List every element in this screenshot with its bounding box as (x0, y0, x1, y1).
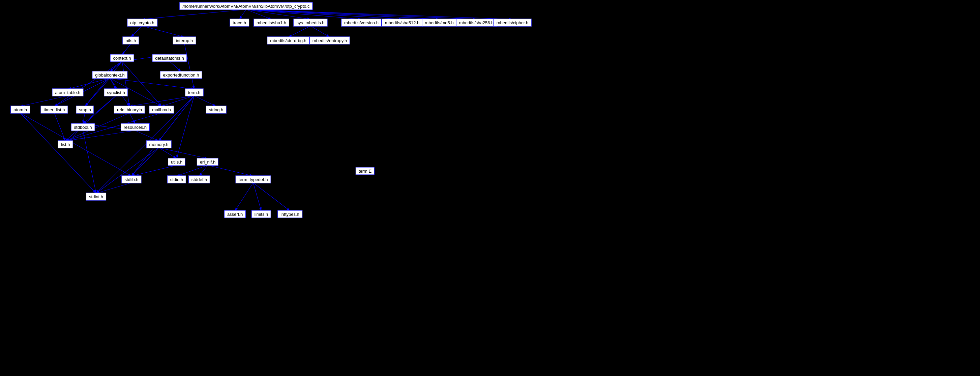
node-atom_table_h[interactable]: atom_table.h (52, 89, 83, 96)
node-term_h[interactable]: term.h (185, 89, 204, 96)
node-memory_h[interactable]: memory.h (146, 141, 172, 148)
node-nifs_h[interactable]: nifs.h (123, 37, 139, 45)
svg-line-61 (65, 131, 135, 141)
node-mailbox_h[interactable]: mailbox.h (149, 106, 174, 114)
svg-line-24 (129, 96, 194, 106)
node-string_h[interactable]: string.h (206, 106, 226, 114)
svg-line-54 (83, 131, 96, 193)
node-mbedtls_cipher_h[interactable]: mbedtls/cipher.h (493, 19, 531, 27)
svg-line-14 (122, 44, 131, 55)
node-resources_h[interactable]: resources.h (121, 123, 150, 131)
node-interop_h[interactable]: interop.h (173, 37, 196, 45)
svg-line-35 (132, 165, 177, 176)
node-refc_binary_h[interactable]: refc_binary.h (114, 106, 145, 114)
node-stddef_h[interactable]: stddef.h (188, 176, 210, 183)
svg-line-40 (235, 183, 253, 211)
svg-line-55 (132, 148, 159, 176)
node-mbedtls_md5_h[interactable]: mbedtls/md5.h (422, 19, 457, 27)
svg-line-38 (208, 165, 253, 176)
svg-line-21 (110, 78, 194, 89)
svg-line-25 (161, 96, 194, 106)
svg-line-18 (170, 61, 181, 72)
svg-line-2 (239, 10, 246, 19)
svg-line-34 (159, 148, 208, 158)
svg-line-1 (142, 10, 246, 19)
svg-line-32 (135, 131, 159, 141)
node-sys_mbedtls_h[interactable]: sys_mbedtls.h (293, 19, 327, 27)
svg-line-56 (96, 148, 159, 193)
node-mbedtls_entropy_h[interactable]: mbedtls/entropy.h (309, 37, 350, 45)
svg-line-26 (194, 96, 216, 106)
node-trace_h[interactable]: trace.h (229, 19, 249, 27)
svg-line-13 (142, 26, 185, 37)
node-defaultatoms_h[interactable]: defaultatoms.h (152, 54, 187, 62)
node-atom_h[interactable]: atom.h (10, 106, 30, 114)
svg-line-42 (253, 183, 290, 211)
node-erl_nif_h[interactable]: erl_nif.h (197, 158, 218, 166)
node-synclist_h[interactable]: synclist.h (104, 89, 128, 96)
node-smp_h[interactable]: smp.h (76, 106, 94, 114)
svg-line-23 (65, 96, 116, 141)
node-globalcontext_h[interactable]: globalcontext.h (92, 71, 127, 79)
svg-line-36 (177, 165, 208, 176)
svg-line-58 (177, 96, 194, 158)
node-stdlib_h[interactable]: stdlib.h (121, 176, 141, 183)
node-stdbool_h[interactable]: stdbool.h (71, 123, 95, 131)
node-stdio_h[interactable]: stdio.h (167, 176, 186, 183)
node-utils_h[interactable]: utils.h (168, 158, 185, 166)
node-context_h[interactable]: context.h (110, 54, 134, 62)
graph-svg (0, 0, 980, 376)
node-main[interactable]: /home/runner/work/AtomVM/AtomVM/src/libA… (179, 2, 312, 10)
node-mbedtls_ctr_drbg_h[interactable]: mbedtls/ctr_drbg.h (267, 37, 309, 45)
svg-line-27 (20, 113, 132, 176)
node-inttypes_h[interactable]: inttypes.h (277, 210, 302, 218)
svg-line-15 (185, 44, 194, 89)
svg-line-44 (122, 61, 129, 106)
node-mbedtls_sha1_h[interactable]: mbedtls/sha1.h (253, 19, 289, 27)
svg-line-41 (253, 183, 261, 211)
svg-line-43 (122, 61, 161, 106)
graph-container: /home/runner/work/AtomVM/AtomVM/src/libA… (0, 0, 980, 376)
node-mbedtls_sha512_h[interactable]: mbedtls/sha512.h (382, 19, 423, 27)
node-term_typedef_h[interactable]: term_typedef.h (235, 176, 271, 183)
node-stdint_h[interactable]: stdint.h (86, 193, 106, 201)
node-term_E[interactable]: term E (356, 167, 374, 175)
svg-line-28 (54, 113, 65, 141)
node-exportedfunction_h[interactable]: exportedfunction.h (160, 71, 202, 79)
node-mbedtls_sha256_h[interactable]: mbedtls/sha256.h (456, 19, 497, 27)
svg-line-16 (110, 61, 122, 72)
svg-line-10 (288, 26, 310, 37)
svg-line-33 (159, 148, 177, 158)
svg-line-22 (20, 96, 68, 106)
node-list_h[interactable]: list.h (58, 141, 73, 148)
node-mbedtls_version_h[interactable]: mbedtls/version.h (341, 19, 382, 27)
svg-line-46 (85, 61, 122, 106)
svg-line-11 (310, 26, 330, 37)
node-limits_h[interactable]: limits.h (251, 210, 271, 218)
node-otp_crypto_h[interactable]: otp_crypto.h (127, 19, 158, 27)
node-assert_h[interactable]: assert.h (224, 210, 246, 218)
node-timer_list_h[interactable]: timer_list.h (41, 106, 68, 114)
svg-line-12 (131, 26, 142, 37)
